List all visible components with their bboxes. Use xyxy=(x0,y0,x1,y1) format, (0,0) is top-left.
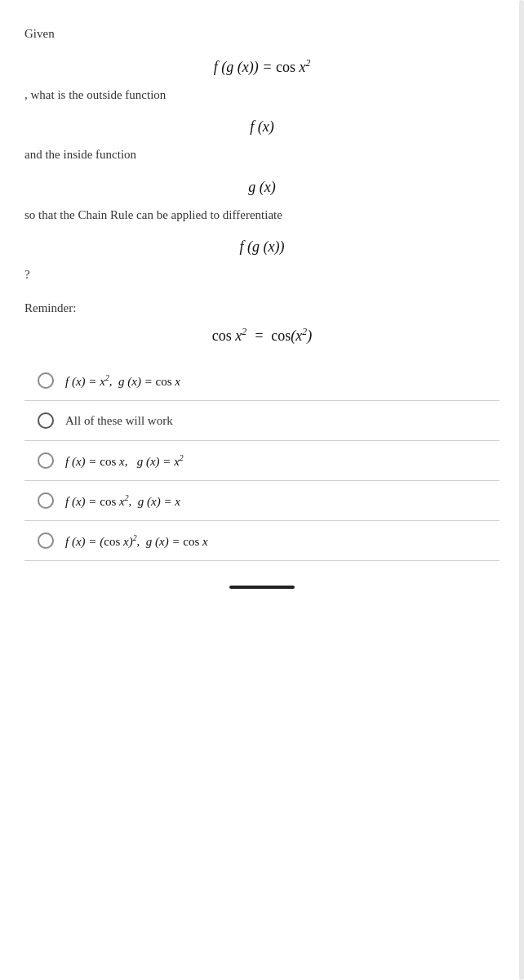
option-d-row[interactable]: f (x) = cos x2, g (x) = x xyxy=(24,481,500,521)
fgx-label: f (g (x)) xyxy=(239,238,284,255)
outside-question-text: , what is the outside function xyxy=(24,88,166,101)
option-e-radio[interactable] xyxy=(38,532,54,549)
given-section: Given xyxy=(24,24,500,43)
main-equation: f (g (x)) = cos x2 xyxy=(24,58,500,76)
reminder-section: Reminder: cos x2 = cos(x2) xyxy=(24,299,500,345)
option-c-radio[interactable] xyxy=(38,452,54,469)
option-b-text: All of these will work xyxy=(65,414,173,428)
progress-bar-container xyxy=(24,586,500,589)
option-c-row[interactable]: f (x) = cos x, g (x) = x2 xyxy=(24,441,500,481)
option-b-row[interactable]: All of these will work xyxy=(24,401,500,441)
reminder-equation-text: cos x2 = cos(x2) xyxy=(212,327,312,344)
inside-section: and the inside function xyxy=(24,145,500,164)
option-a-text: f (x) = x2, g (x) = cos x xyxy=(65,373,180,389)
option-e-row[interactable]: f (x) = (cos x)2, g (x) = cos x xyxy=(24,521,500,561)
option-d-radio[interactable] xyxy=(38,492,54,509)
inside-label: and the inside function xyxy=(24,148,136,161)
chain-rule-section: so that the Chain Rule can be applied to… xyxy=(24,206,500,225)
gx-display: g (x) xyxy=(24,179,500,196)
main-equation-text: f (g (x)) = cos x2 xyxy=(214,59,311,75)
option-d-text: f (x) = cos x2, g (x) = x xyxy=(65,493,180,509)
option-c-text: f (x) = cos x, g (x) = x2 xyxy=(65,453,184,469)
option-a-row[interactable]: f (x) = x2, g (x) = cos x xyxy=(24,361,500,401)
option-b-radio[interactable] xyxy=(38,412,54,429)
fx-display: f (x) xyxy=(24,118,500,136)
reminder-label: Reminder: xyxy=(24,301,76,314)
reminder-equation: cos x2 = cos(x2) xyxy=(24,327,500,345)
question-mark: ? xyxy=(24,268,30,281)
option-a-radio[interactable] xyxy=(38,372,54,389)
fx-label: f (x) xyxy=(250,118,274,135)
chain-rule-text: so that the Chain Rule can be applied to… xyxy=(24,208,282,221)
option-e-text: f (x) = (cos x)2, g (x) = cos x xyxy=(65,533,208,549)
given-label: Given xyxy=(24,27,55,40)
page-container: Given f (g (x)) = cos x2 , what is the o… xyxy=(0,0,524,980)
fgx-display: f (g (x)) xyxy=(24,238,500,256)
outside-question: , what is the outside function xyxy=(24,86,500,105)
question-mark-section: ? xyxy=(24,265,500,284)
gx-label: g (x) xyxy=(248,179,276,195)
progress-bar xyxy=(229,586,295,589)
